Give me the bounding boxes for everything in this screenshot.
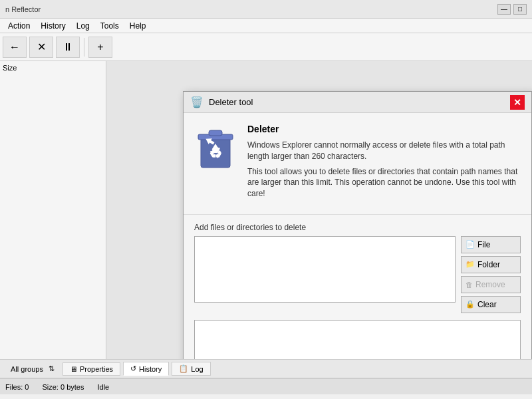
file-button[interactable]: 📄 File xyxy=(461,236,521,253)
svg-rect-2 xyxy=(209,130,222,136)
trash-icon: ♻ xyxy=(197,125,234,170)
dialog-desc1: Windows Explorer cannot normally access … xyxy=(247,140,521,162)
sort-icon[interactable]: ⇅ xyxy=(49,364,55,373)
deleter-dialog: 🗑️ Deleter tool ✕ xyxy=(183,91,532,359)
dialog-desc2: This tool allows you to delete files or … xyxy=(247,166,521,200)
file-icon: 📄 xyxy=(466,240,475,249)
clear-icon: 🔒 xyxy=(466,300,475,309)
toolbar-pause-button[interactable]: ⏸ xyxy=(56,37,80,58)
toolbar: ← ✕ ⏸ + xyxy=(0,33,532,61)
tab-log[interactable]: 📋 Log xyxy=(172,362,210,376)
side-panel: Size xyxy=(0,61,106,359)
clear-button[interactable]: 🔒 Clear xyxy=(461,296,521,313)
log-icon: 📋 xyxy=(179,364,188,373)
title-bar: n Reflector — □ xyxy=(0,0,532,19)
dialog-content-area: 📄 File 📁 Folder 🗑 Remove xyxy=(194,236,521,313)
status-size: Size: 0 bytes xyxy=(42,383,84,391)
menu-bar: Action History Log Tools Help xyxy=(0,19,532,33)
maximize-button[interactable]: □ xyxy=(513,4,527,15)
menu-log[interactable]: Log xyxy=(71,20,95,32)
folder-button-label: Folder xyxy=(477,260,500,269)
properties-icon: 🖥 xyxy=(70,365,77,373)
side-panel-label: Size xyxy=(3,64,17,72)
modal-backdrop: 🗑️ Deleter tool ✕ xyxy=(106,61,532,359)
file-list-box[interactable] xyxy=(194,236,456,303)
status-files: Files: 0 xyxy=(5,383,29,391)
side-buttons: 📄 File 📁 Folder 🗑 Remove xyxy=(461,236,521,313)
app-window: n Reflector — □ Action History Log Tools… xyxy=(0,0,532,399)
folder-icon: 📁 xyxy=(466,260,475,269)
menu-help[interactable]: Help xyxy=(124,20,152,32)
all-groups-bar: All groups ⇅ xyxy=(5,360,60,378)
dialog-title-bar: 🗑️ Deleter tool ✕ xyxy=(184,92,531,113)
all-groups-label: All groups xyxy=(11,365,43,373)
status-bar: Files: 0 Size: 0 bytes Idle xyxy=(0,378,532,394)
dialog-heading: Deleter xyxy=(247,124,521,134)
remove-button-label: Remove xyxy=(475,280,505,289)
history-icon: ↺ xyxy=(130,364,136,373)
app-title: n Reflector xyxy=(5,5,497,13)
dialog-title-icon: 🗑️ xyxy=(190,96,203,108)
clear-button-label: Clear xyxy=(477,300,497,309)
toolbar-stop-button[interactable]: ✕ xyxy=(29,37,53,58)
dialog-close-button[interactable]: ✕ xyxy=(510,95,525,110)
tab-history-label: History xyxy=(139,365,162,373)
dialog-icon-container: ♻ xyxy=(194,124,237,172)
toolbar-divider xyxy=(84,38,84,57)
menu-tools[interactable]: Tools xyxy=(95,20,124,32)
status-idle: Idle xyxy=(97,383,109,391)
folder-button[interactable]: 📁 Folder xyxy=(461,256,521,273)
content-area: 🗑️ Deleter tool ✕ xyxy=(106,61,532,359)
toolbar-add-button[interactable]: + xyxy=(88,37,112,58)
tabs-bar: All groups ⇅ 🖥 Properties ↺ History 📋 Lo… xyxy=(0,360,532,378)
dialog-title: Deleter tool xyxy=(209,97,505,107)
dialog-description: Deleter Windows Explorer cannot normally… xyxy=(247,124,521,203)
dialog-body: Add files or directories to delete 📄 Fil… xyxy=(184,215,531,359)
tab-log-label: Log xyxy=(191,365,203,373)
dialog-header: ♻ Deleter Windows Explorer cannot normal… xyxy=(184,113,531,215)
svg-text:♻: ♻ xyxy=(209,145,222,162)
remove-icon: 🗑 xyxy=(466,281,473,289)
main-content: Size 🗑️ Deleter tool ✕ xyxy=(0,61,532,359)
bottom-area: All groups ⇅ 🖥 Properties ↺ History 📋 Lo… xyxy=(0,359,532,399)
file-button-label: File xyxy=(477,240,490,249)
add-files-label: Add files or directories to delete xyxy=(194,223,521,232)
tab-properties[interactable]: 🖥 Properties xyxy=(63,362,120,376)
minimize-button[interactable]: — xyxy=(497,4,511,15)
toolbar-back-button[interactable]: ← xyxy=(3,37,27,58)
tab-history[interactable]: ↺ History xyxy=(123,362,169,376)
output-box[interactable] xyxy=(194,320,521,359)
tab-properties-label: Properties xyxy=(80,365,113,373)
title-bar-controls: — □ xyxy=(497,4,527,15)
remove-button[interactable]: 🗑 Remove xyxy=(461,276,521,293)
menu-history[interactable]: History xyxy=(35,20,70,32)
menu-action[interactable]: Action xyxy=(3,20,35,32)
